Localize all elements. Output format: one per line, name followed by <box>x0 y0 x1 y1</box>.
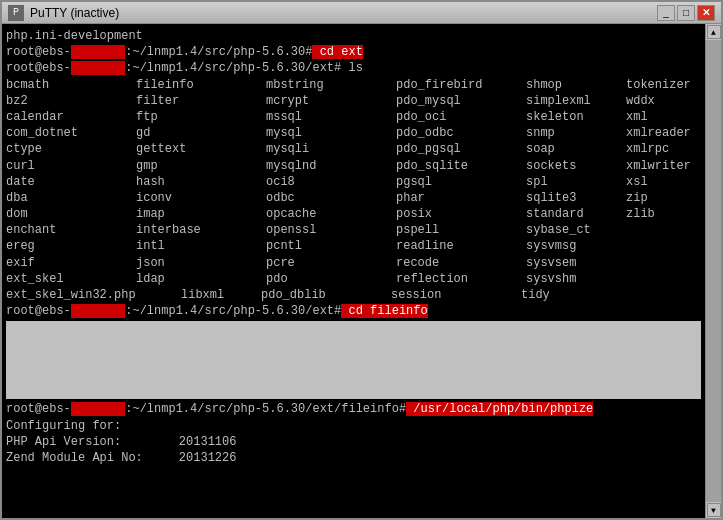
scrollbar[interactable]: ▲ ▼ <box>705 24 721 518</box>
window-title: PuTTY (inactive) <box>30 6 657 20</box>
scroll-up-button[interactable]: ▲ <box>707 25 721 39</box>
path-1: :~/lnmp1.4/src/php-5.6.30# <box>125 45 312 59</box>
path-phpize: :~/lnmp1.4/src/php-5.6.30/ext/fileinfo# <box>125 402 406 416</box>
terminal: php.ini-development root@ebs- :~/lnmp1.4… <box>2 24 705 518</box>
line-1: root@ebs- :~/lnmp1.4/src/php-5.6.30# cd … <box>6 44 701 60</box>
ls-row-3: com_dotnetgdmysqlpdo_odbcsnmpxmlreader <box>6 125 701 141</box>
redbox-fi <box>71 304 125 318</box>
cmd-fi: cd fileinfo <box>341 304 427 318</box>
line-phpize: root@ebs- :~/lnmp1.4/src/php-5.6.30/ext/… <box>6 401 701 417</box>
redbox-phpize <box>71 402 125 416</box>
title-buttons: _ □ ✕ <box>657 5 715 21</box>
ls-row-7: dbaiconvodbcpharsqlite3zip <box>6 190 701 206</box>
ls-row-11: exifjsonpcrerecodesysvsem <box>6 255 701 271</box>
ls-row-10: eregintlpcntlreadlinesysvmsg <box>6 238 701 254</box>
ls-row-6: datehashoci8pgsqlsplxsl <box>6 174 701 190</box>
ls-row-2: calendarftpmssqlpdo_ociskeletonxml <box>6 109 701 125</box>
prompt-2: root@ebs- <box>6 61 71 75</box>
maximize-button[interactable]: □ <box>677 5 695 21</box>
ls-row-5: curlgmpmysqlndpdo_sqlitesocketsxmlwriter <box>6 158 701 174</box>
prompt-fi: root@ebs- <box>6 304 71 318</box>
scroll-down-button[interactable]: ▼ <box>707 503 721 517</box>
ls-row-4: ctypegettextmysqlipdo_pgsqlsoapxmlrpc <box>6 141 701 157</box>
ls-row-9: enchantinterbaseopensslpspellsybase_ct <box>6 222 701 238</box>
scroll-track <box>706 40 721 502</box>
line-conf: Configuring for: <box>6 418 701 434</box>
cmd-1: cd ext <box>312 45 362 59</box>
line-2: root@ebs- :~/lnmp1.4/src/php-5.6.30/ext#… <box>6 60 701 76</box>
cmd-phpize: /usr/local/php/bin/phpize <box>406 402 593 416</box>
cmd-2: ls <box>341 61 363 75</box>
ls-row-0: bcmathfileinfombstringpdo_firebirdshmopt… <box>6 77 701 93</box>
gray-output-box <box>6 321 701 399</box>
line-cmd-fileinfo: root@ebs- :~/lnmp1.4/src/php-5.6.30/ext#… <box>6 303 701 319</box>
close-button[interactable]: ✕ <box>697 5 715 21</box>
putty-window: P PuTTY (inactive) _ □ ✕ php.ini-develop… <box>0 0 723 520</box>
terminal-content: php.ini-development root@ebs- :~/lnmp1.4… <box>6 28 701 514</box>
line-0: php.ini-development <box>6 28 701 44</box>
ls-row-1: bz2filtermcryptpdo_mysqlsimplexmlwddx <box>6 93 701 109</box>
ls-row-13: ext_skel_win32.phplibxmlpdo_dblibsession… <box>6 287 701 303</box>
redbox-1 <box>71 45 125 59</box>
minimize-button[interactable]: _ <box>657 5 675 21</box>
path-fi: :~/lnmp1.4/src/php-5.6.30/ext# <box>125 304 341 318</box>
ls-row-8: domimapopcacheposixstandardzlib <box>6 206 701 222</box>
path-2: :~/lnmp1.4/src/php-5.6.30/ext# <box>125 61 341 75</box>
title-bar: P PuTTY (inactive) _ □ ✕ <box>2 2 721 24</box>
line-zend: Zend Module Api No: 20131226 <box>6 450 701 466</box>
prompt-1: root@ebs- <box>6 45 71 59</box>
line-api: PHP Api Version: 20131106 <box>6 434 701 450</box>
ls-row-12: ext_skelldappdoreflectionsysvshm <box>6 271 701 287</box>
prompt-phpize: root@ebs- <box>6 402 71 416</box>
redbox-2 <box>71 61 125 75</box>
putty-icon: P <box>8 5 24 21</box>
